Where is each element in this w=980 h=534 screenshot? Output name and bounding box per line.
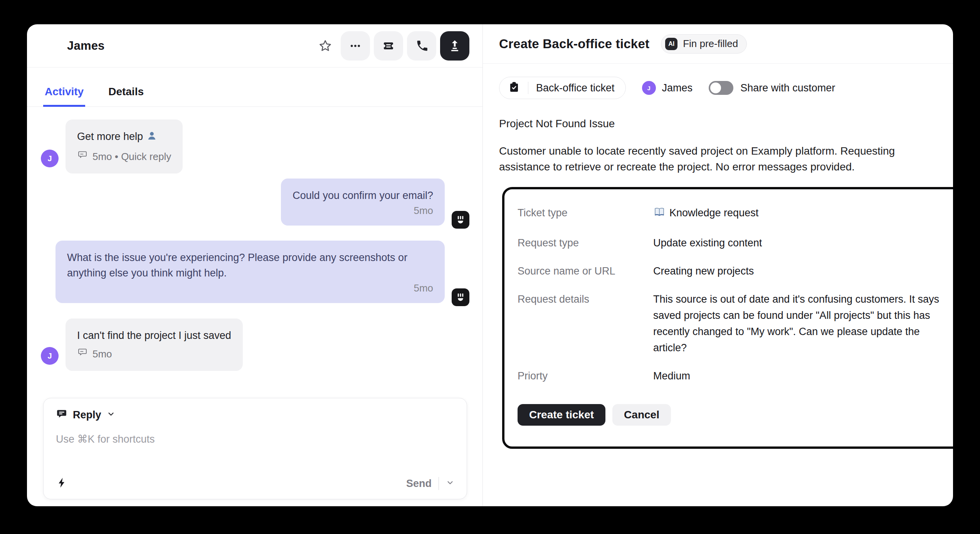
ticket-title-field[interactable]: Project Not Found Issue bbox=[499, 118, 938, 130]
customer-avatar: J bbox=[41, 150, 59, 167]
conversation-tabs: Activity Details bbox=[27, 67, 482, 107]
ticket-type-value[interactable]: Knowledge request bbox=[653, 205, 758, 223]
chevron-down-icon bbox=[107, 410, 115, 420]
ticket-type-chip-label: Back-office ticket bbox=[536, 82, 615, 94]
fin-prefilled-badge: AI Fin pre-filled bbox=[661, 34, 747, 54]
customer-avatar: J bbox=[41, 347, 59, 365]
customer-chip: J James bbox=[642, 81, 693, 95]
phone-icon bbox=[415, 39, 428, 52]
reply-type-dropdown[interactable]: Reply bbox=[56, 408, 454, 421]
cancel-button[interactable]: Cancel bbox=[612, 404, 671, 426]
conversation-title: James bbox=[67, 39, 105, 53]
ticket-actions: Create ticket Cancel bbox=[518, 404, 946, 426]
ticket-meta-row: Back-office ticket J James Share with cu… bbox=[499, 77, 938, 99]
message-inbound: J Get more help 5mo • Quick reply bbox=[41, 120, 469, 174]
reply-bubble-icon bbox=[56, 408, 67, 421]
field-label: Request type bbox=[518, 235, 653, 251]
message-bubble: Get more help 5mo • Quick reply bbox=[66, 120, 183, 174]
person-silhouette-icon bbox=[146, 130, 158, 146]
customer-avatar: J bbox=[642, 81, 656, 95]
tab-activity[interactable]: Activity bbox=[43, 86, 85, 107]
message-bubble: Could you confirm your email? 5mo bbox=[281, 179, 445, 226]
ticket-description-field[interactable]: Customer unable to locate recently saved… bbox=[499, 143, 917, 175]
star-icon bbox=[318, 39, 332, 53]
message-outbound: Could you confirm your email? 5mo bbox=[41, 179, 469, 226]
conversation-header: James bbox=[27, 24, 482, 67]
message-bubble: What is the issue you're experiencing? P… bbox=[55, 241, 445, 303]
ticket-panel-title: Create Back-office ticket bbox=[499, 37, 649, 51]
app-window: James bbox=[27, 24, 953, 506]
chat-bubble-icon bbox=[77, 346, 88, 362]
share-toggle-label: Share with customer bbox=[740, 82, 835, 94]
send-options-chevron-icon[interactable] bbox=[446, 478, 454, 489]
more-button[interactable] bbox=[341, 31, 370, 61]
ticket-button[interactable] bbox=[374, 31, 403, 61]
share-with-customer-toggle[interactable] bbox=[709, 81, 733, 95]
send-button[interactable]: Send bbox=[406, 478, 432, 490]
field-row-priority: Priorty Medium bbox=[518, 368, 946, 384]
toggle-knob bbox=[710, 83, 721, 93]
message-outbound: What is the issue you're experiencing? P… bbox=[41, 241, 469, 303]
prefilled-fields-box: Ticket type Knowledge request Request ty… bbox=[502, 187, 953, 449]
clipboard-check-icon bbox=[508, 81, 520, 95]
request-details-value[interactable]: This source is out of date and it's conf… bbox=[653, 291, 946, 356]
ticket-icon bbox=[382, 39, 395, 53]
message-inbound: J I can't find the project I just saved … bbox=[41, 318, 469, 371]
message-time: 5mo bbox=[67, 282, 433, 294]
ticket-type-chip[interactable]: Back-office ticket bbox=[499, 77, 626, 99]
phone-button[interactable] bbox=[407, 31, 436, 61]
more-icon bbox=[349, 39, 362, 52]
conversation-panel: James bbox=[27, 24, 482, 506]
send-group: Send bbox=[406, 477, 454, 490]
lightning-bolt-icon[interactable] bbox=[56, 477, 68, 490]
ai-icon: AI bbox=[665, 38, 677, 50]
create-ticket-button[interactable]: Create ticket bbox=[518, 404, 605, 426]
star-button[interactable] bbox=[314, 31, 337, 61]
share-toggle-group: Share with customer bbox=[709, 81, 835, 95]
customer-name: James bbox=[662, 82, 693, 94]
reply-composer: Reply Use ⌘K for shortcuts Send bbox=[43, 398, 467, 499]
priority-value[interactable]: Medium bbox=[653, 368, 690, 384]
reply-input[interactable]: Use ⌘K for shortcuts bbox=[56, 433, 454, 477]
conversation-actions bbox=[314, 31, 469, 61]
field-label: Source name or URL bbox=[518, 263, 653, 279]
message-meta: 5mo bbox=[77, 346, 231, 362]
field-label: Request details bbox=[518, 291, 653, 356]
field-row-request-details: Request details This source is out of da… bbox=[518, 291, 946, 356]
message-list: J Get more help 5mo • Quick reply Could … bbox=[27, 107, 482, 392]
ticket-panel: Create Back-office ticket AI Fin pre-fil… bbox=[482, 24, 953, 506]
tab-details[interactable]: Details bbox=[107, 86, 145, 107]
source-value[interactable]: Creating new projects bbox=[653, 263, 754, 279]
field-row-source: Source name or URL Creating new projects bbox=[518, 263, 946, 279]
send-close-button[interactable] bbox=[440, 31, 469, 61]
field-label: Ticket type bbox=[518, 205, 653, 223]
request-type-value[interactable]: Update existing content bbox=[653, 235, 762, 251]
ticket-panel-header: Create Back-office ticket AI Fin pre-fil… bbox=[483, 24, 953, 64]
field-row-request-type: Request type Update existing content bbox=[518, 235, 946, 251]
message-meta: 5mo • Quick reply bbox=[77, 149, 171, 164]
message-bubble: I can't find the project I just saved 5m… bbox=[66, 318, 243, 371]
send-divider bbox=[439, 477, 439, 490]
chip-divider bbox=[528, 82, 528, 94]
open-book-icon bbox=[653, 206, 666, 223]
send-close-icon bbox=[447, 39, 462, 53]
field-row-ticket-type: Ticket type Knowledge request bbox=[518, 205, 946, 223]
field-label: Priorty bbox=[518, 368, 653, 384]
composer-footer: Send bbox=[56, 477, 454, 490]
ticket-form: Back-office ticket J James Share with cu… bbox=[483, 64, 953, 449]
message-time: 5mo bbox=[292, 205, 433, 216]
reply-type-label: Reply bbox=[73, 409, 101, 421]
chat-bubble-icon bbox=[77, 149, 88, 164]
fin-prefilled-label: Fin pre-filled bbox=[683, 38, 738, 50]
